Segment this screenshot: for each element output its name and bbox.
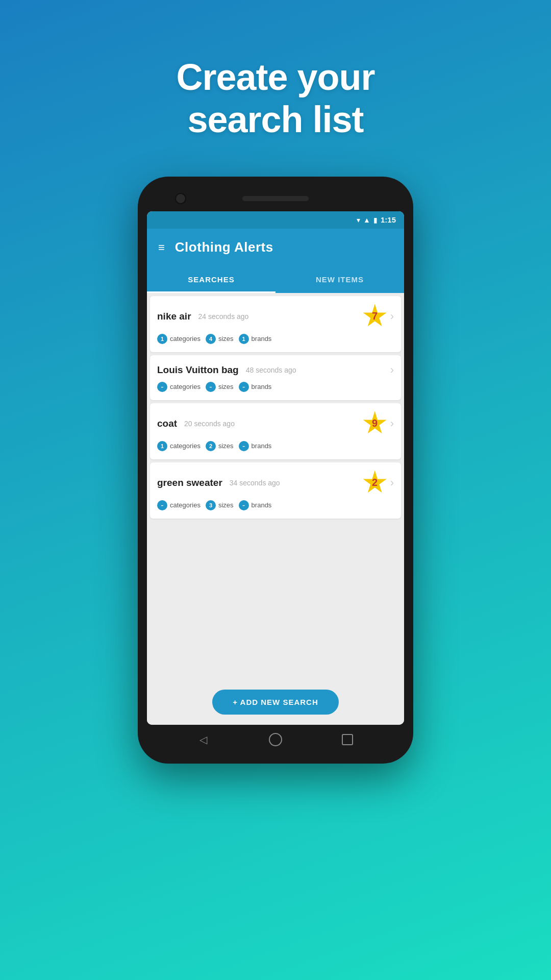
card-time: 48 seconds ago: [246, 366, 296, 374]
headline-line2: search list: [187, 99, 363, 140]
tag-sizes: 2 sizes: [206, 441, 234, 451]
headline-line1: Create your: [176, 57, 374, 97]
tag-brands: 1 brands: [239, 334, 272, 344]
badge-chevron: 2 ›: [363, 471, 394, 495]
tabs-bar: SEARCHES NEW ITEMS: [147, 266, 404, 293]
headline: Create your search list: [176, 56, 374, 141]
status-icons: ▾ ▲ ▮ 1:15: [357, 215, 396, 224]
card-name: coat: [157, 418, 177, 429]
chevron-right-icon: ›: [390, 363, 394, 377]
card-name: nike air: [157, 311, 191, 322]
tag-categories: - categories: [157, 382, 201, 392]
phone-frame: ▾ ▲ ▮ 1:15 ≡ Clothing Alerts SEARCHES NE…: [138, 177, 413, 764]
star-badge: 2: [363, 471, 387, 495]
wifi-icon: ▾: [357, 216, 360, 224]
card-time: 24 seconds ago: [198, 312, 249, 321]
search-card-louis-vuitton[interactable]: Louis Vuitton bag 48 seconds ago › - cat…: [150, 355, 401, 400]
badge-chevron: 9 ›: [363, 411, 394, 436]
status-bar: ▾ ▲ ▮ 1:15: [147, 211, 404, 229]
phone-camera: [175, 193, 186, 204]
chevron-right-icon: ›: [390, 476, 394, 489]
card-tags-row: 1 categories 4 sizes 1 brands: [157, 334, 394, 344]
add-new-search-button[interactable]: + ADD NEW SEARCH: [212, 690, 339, 715]
tag-categories: 1 categories: [157, 334, 201, 344]
card-tags-row: - categories 3 sizes - brands: [157, 500, 394, 510]
nav-home-button[interactable]: [268, 732, 283, 747]
badge-chevron: ›: [390, 363, 394, 377]
battery-icon: ▮: [373, 216, 378, 224]
nav-recent-button[interactable]: [340, 732, 355, 747]
nav-back-button[interactable]: ◁: [196, 732, 211, 747]
app-title: Clothing Alerts: [175, 239, 273, 255]
tag-sizes: 3 sizes: [206, 500, 234, 510]
search-card-nike-air[interactable]: nike air 24 seconds ago 7 › 1 categories: [150, 296, 401, 352]
hamburger-icon[interactable]: ≡: [158, 242, 165, 253]
status-time: 1:15: [381, 215, 396, 224]
card-name: green sweater: [157, 477, 222, 488]
phone-bottom-bezel: ◁: [147, 725, 404, 754]
tag-sizes: - sizes: [206, 382, 234, 392]
chevron-right-icon: ›: [390, 310, 394, 323]
card-tags-row: - categories - sizes - brands: [157, 382, 394, 392]
star-badge: 9: [363, 411, 387, 436]
app-bar: ≡ Clothing Alerts: [147, 229, 404, 266]
phone-top-bezel: [147, 186, 404, 211]
tag-brands: - brands: [239, 382, 272, 392]
card-tags-row: 1 categories 2 sizes - brands: [157, 441, 394, 451]
star-badge: 7: [363, 304, 387, 329]
tag-categories: - categories: [157, 500, 201, 510]
search-card-coat[interactable]: coat 20 seconds ago 9 › 1 categories: [150, 403, 401, 459]
tab-new-items[interactable]: NEW ITEMS: [276, 266, 404, 293]
badge-chevron: 7 ›: [363, 304, 394, 329]
phone-speaker: [242, 196, 309, 201]
chevron-right-icon: ›: [390, 417, 394, 430]
tag-categories: 1 categories: [157, 441, 201, 451]
card-time: 20 seconds ago: [184, 420, 235, 428]
card-time: 34 seconds ago: [230, 479, 280, 487]
tag-sizes: 4 sizes: [206, 334, 234, 344]
tag-brands: - brands: [239, 500, 272, 510]
phone-screen: ▾ ▲ ▮ 1:15 ≡ Clothing Alerts SEARCHES NE…: [147, 211, 404, 725]
card-name: Louis Vuitton bag: [157, 364, 239, 376]
tab-searches[interactable]: SEARCHES: [147, 266, 276, 293]
tag-brands: - brands: [239, 441, 272, 451]
signal-icon: ▲: [363, 216, 370, 224]
bottom-section: + ADD NEW SEARCH: [147, 680, 404, 725]
search-card-green-sweater[interactable]: green sweater 34 seconds ago 2 › - categ…: [150, 462, 401, 519]
search-list: nike air 24 seconds ago 7 › 1 categories: [147, 293, 404, 680]
